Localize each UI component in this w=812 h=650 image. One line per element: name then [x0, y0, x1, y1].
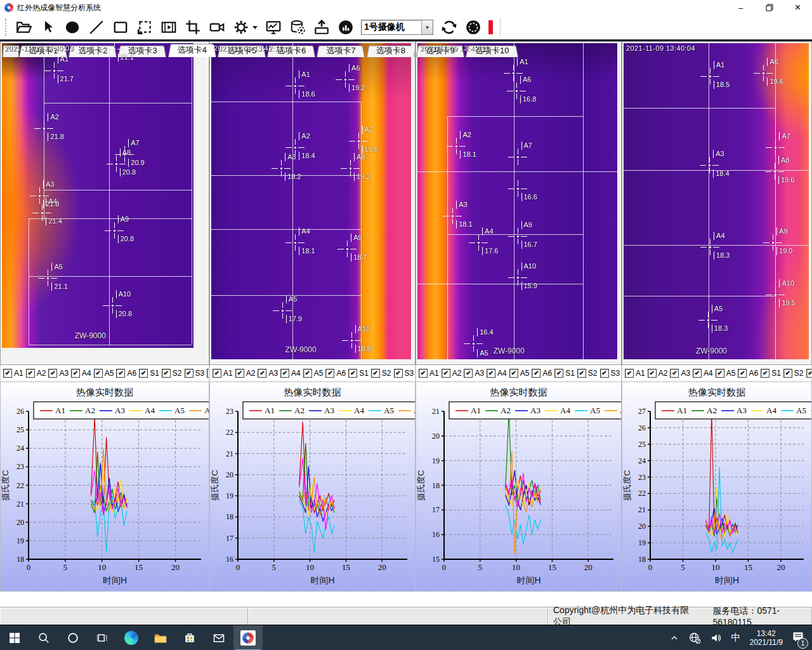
checkbox-box[interactable]: ✔ [48, 369, 57, 378]
overlay-checkbox-A5[interactable]: ✔A5 [94, 369, 114, 378]
thermal-image[interactable]: 2021-11-09 13:40:04A118.5A619.6A7A318.4A… [624, 43, 809, 359]
chevron-down-icon[interactable]: ▼ [421, 20, 433, 34]
file-explorer-button[interactable] [146, 625, 175, 650]
overlay-checkbox-A4[interactable]: ✔A4 [280, 369, 301, 378]
overlay-checkbox-A3[interactable]: ✔A3 [48, 369, 69, 378]
checkbox-box[interactable]: ✔ [280, 369, 289, 378]
overlay-checkbox-A3[interactable]: ✔A3 [258, 369, 278, 378]
task-view-button[interactable] [88, 625, 117, 650]
overlay-checkbox-A2[interactable]: ✔A2 [442, 369, 462, 378]
refresh-button[interactable] [440, 18, 457, 36]
thermal-image[interactable]: 2021-11-09 13:42:11A1A616.8A218.1A716.6A… [417, 43, 617, 359]
toolbar-grip[interactable] [5, 18, 8, 36]
checkbox-box[interactable]: ✔ [419, 369, 428, 378]
checkbox-box[interactable]: ✔ [162, 369, 171, 378]
checkbox-box[interactable]: ✔ [487, 369, 495, 378]
overlay-checkbox-A4[interactable]: ✔A4 [487, 369, 507, 378]
overlay-checkbox-A5[interactable]: ✔A5 [303, 369, 324, 378]
checkbox-box[interactable]: ✔ [3, 369, 12, 378]
database-settings-button[interactable] [289, 18, 306, 36]
volume-icon[interactable] [710, 632, 723, 644]
overlay-checkbox-S1[interactable]: ✔S1 [761, 369, 781, 378]
overlay-checkbox-A6[interactable]: ✔A6 [738, 369, 758, 378]
checkbox-box[interactable]: ✔ [325, 369, 334, 378]
action-center-button[interactable]: 1 [792, 630, 804, 646]
overlay-checkbox-S2[interactable]: ✔S2 [577, 369, 598, 378]
vertical-scrollbar[interactable] [809, 43, 810, 359]
checkbox-box[interactable]: ✔ [213, 369, 221, 378]
checkbox-box[interactable]: ✔ [442, 369, 450, 378]
checkbox-box[interactable]: ✔ [648, 369, 657, 378]
checkbox-box[interactable]: ✔ [394, 369, 403, 378]
overlay-checkbox-S2[interactable]: ✔S2 [162, 369, 182, 378]
checkbox-box[interactable]: ✔ [761, 369, 769, 378]
overlay-checkbox-A5[interactable]: ✔A5 [716, 369, 736, 378]
overlay-checkbox-S3[interactable]: ✔S3 [600, 369, 620, 378]
settings-gear-button[interactable] [232, 18, 249, 36]
capture-button[interactable] [464, 18, 481, 36]
minimize-button[interactable]: – [726, 0, 755, 15]
overlay-checkbox-A1[interactable]: ✔A1 [3, 369, 23, 378]
checkbox-box[interactable]: ✔ [716, 369, 724, 378]
checkbox-box[interactable]: ✔ [371, 369, 380, 378]
overlay-checkbox-A1[interactable]: ✔A1 [625, 369, 645, 378]
checkbox-box[interactable]: ✔ [600, 369, 609, 378]
horizontal-scrollbar[interactable] [2, 348, 207, 363]
overlay-checkbox-A6[interactable]: ✔A6 [532, 369, 552, 378]
close-button[interactable]: × [783, 0, 812, 15]
checkbox-box[interactable]: ✔ [532, 369, 540, 378]
overlay-checkbox-S3[interactable]: ✔S3 [806, 369, 812, 378]
open-file-button[interactable] [15, 18, 32, 36]
overlay-checkbox-S3[interactable]: ✔S3 [394, 369, 414, 378]
restore-button[interactable] [755, 0, 783, 15]
overlay-checkbox-A6[interactable]: ✔A6 [116, 369, 136, 378]
taskbar-clock[interactable]: 13:42 2021/11/9 [750, 629, 783, 647]
overlay-checkbox-A2[interactable]: ✔A2 [235, 369, 256, 378]
vertical-scrollbar[interactable] [411, 43, 414, 359]
checkbox-box[interactable]: ✔ [464, 369, 473, 378]
mail-button[interactable] [204, 625, 233, 650]
checkbox-box[interactable]: ✔ [577, 369, 586, 378]
overlay-checkbox-A3[interactable]: ✔A3 [464, 369, 484, 378]
ime-indicator[interactable]: 中 [731, 632, 741, 644]
overlay-checkbox-A2[interactable]: ✔A2 [26, 369, 46, 378]
checkbox-box[interactable]: ✔ [303, 369, 312, 378]
checkbox-box[interactable]: ✔ [94, 369, 103, 378]
region-select-button[interactable] [136, 18, 153, 36]
edge-button[interactable] [117, 625, 146, 650]
network-globe-icon[interactable] [688, 632, 701, 644]
checkbox-box[interactable]: ✔ [509, 369, 518, 378]
overlay-checkbox-S1[interactable]: ✔S1 [554, 369, 575, 378]
checkbox-box[interactable]: ✔ [26, 369, 35, 378]
checkbox-box[interactable]: ✔ [738, 369, 747, 378]
ellipse-tool-button[interactable] [63, 18, 81, 36]
taskbar-app-thermal[interactable] [233, 625, 263, 650]
statistics-button[interactable] [337, 18, 354, 36]
checkbox-box[interactable]: ✔ [71, 369, 80, 378]
settings-dropdown-caret-icon[interactable] [252, 26, 258, 29]
checkbox-box[interactable]: ✔ [258, 369, 266, 378]
overlay-checkbox-S2[interactable]: ✔S2 [783, 369, 804, 378]
export-button[interactable] [313, 18, 330, 36]
overlay-checkbox-A4[interactable]: ✔A4 [71, 369, 91, 378]
thermal-image[interactable]: 2021-11-09 13:42:11A118.6A619.2A218.4A71… [211, 43, 411, 359]
checkbox-box[interactable]: ✔ [235, 369, 244, 378]
thermal-image[interactable]: 2021-11-09 13:40:03A121.7A621.1A221.8A72… [2, 43, 193, 348]
overlay-checkbox-S2[interactable]: ✔S2 [371, 369, 391, 378]
camera-button[interactable] [208, 18, 225, 36]
select-cursor-button[interactable] [39, 18, 56, 36]
rectangle-tool-button[interactable] [112, 18, 129, 36]
horizontal-scrollbar[interactable] [624, 359, 810, 363]
checkbox-box[interactable]: ✔ [670, 369, 679, 378]
overlay-checkbox-A2[interactable]: ✔A2 [648, 369, 668, 378]
vertical-scrollbar[interactable] [617, 43, 620, 359]
horizontal-scrollbar[interactable] [211, 359, 414, 363]
video-play-button[interactable] [160, 18, 177, 36]
tab-7[interactable]: 选项卡7 [317, 44, 365, 57]
tray-chevron-up-icon[interactable] [669, 633, 679, 643]
tab-8[interactable]: 选项卡8 [367, 44, 415, 57]
checkbox-box[interactable]: ✔ [625, 369, 634, 378]
camera-select[interactable]: 1号摄像机 ▼ [361, 20, 433, 35]
overlay-checkbox-A4[interactable]: ✔A4 [693, 369, 713, 378]
checkbox-box[interactable]: ✔ [139, 369, 148, 378]
